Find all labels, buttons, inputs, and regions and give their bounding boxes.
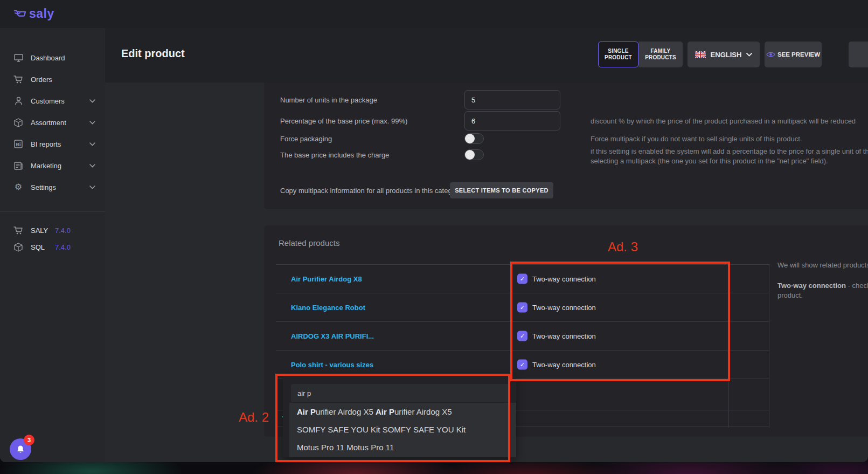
- chevron-down-icon: [89, 186, 95, 189]
- page-title: Edit product: [121, 47, 185, 60]
- checkbox-label: Two-way connection: [532, 361, 596, 369]
- search-result-option[interactable]: SOMFY SAFE YOU Kit SOMFY SAFE YOU Kit: [289, 421, 516, 438]
- saly-cart-icon: [13, 8, 27, 20]
- notification-badge: 3: [24, 435, 34, 445]
- sidebar-divider: [0, 211, 105, 212]
- related-products-title: Related products: [279, 238, 339, 248]
- bi-icon: Bi: [13, 139, 24, 149]
- sidebar-item-assortment[interactable]: Assortment: [0, 112, 105, 133]
- base-price-charge-toggle[interactable]: [464, 149, 484, 160]
- app-logo[interactable]: saly: [13, 6, 54, 21]
- language-label: ENGLISH: [711, 51, 742, 59]
- saly-version-label: SALY: [31, 226, 48, 235]
- cart-icon: [13, 74, 24, 85]
- saly-version-number: 7.4.0: [55, 226, 71, 235]
- checkbox-label: Two-way connection: [532, 275, 596, 283]
- select-items-button[interactable]: SELECT ITEMS TO BE COPYED: [450, 182, 553, 198]
- percent-label: Percentage of the base price (max. 99%): [280, 117, 407, 125]
- related-search-input[interactable]: [291, 384, 509, 402]
- table-row: Air Purifier Airdog X8 ✓Two-way connecti…: [276, 264, 769, 293]
- units-input[interactable]: [464, 90, 560, 109]
- news-icon: [13, 160, 24, 171]
- language-button[interactable]: ENGLISH: [688, 42, 760, 67]
- two-way-checkbox[interactable]: ✓: [517, 331, 527, 341]
- chevron-down-icon: [746, 53, 752, 57]
- force-packaging-toggle[interactable]: [464, 133, 484, 144]
- cube-icon: [13, 117, 24, 128]
- person-icon: [13, 95, 24, 106]
- sidebar: Dashboard Orders Customers Assortment Bi…: [0, 28, 105, 462]
- cube-icon: [13, 242, 24, 252]
- top-bar: saly: [0, 0, 868, 28]
- product-link[interactable]: AIRDOG X3 AIR PURIFI...: [291, 332, 374, 340]
- sql-version-number: 7.4.0: [55, 243, 71, 251]
- monitor-icon: [13, 52, 24, 63]
- sidebar-item-orders[interactable]: Orders: [0, 68, 105, 90]
- checkbox-label: Two-way connection: [532, 304, 596, 312]
- two-way-checkbox[interactable]: ✓: [517, 274, 527, 284]
- uk-flag-icon: [695, 51, 706, 58]
- sql-version-row: SQL 7.4.0: [0, 240, 105, 254]
- product-link[interactable]: Kiano Elegance Robot: [291, 304, 365, 312]
- partial-button[interactable]: [849, 42, 868, 67]
- percent-hint: discount % by which the price of the pro…: [591, 117, 856, 125]
- annotation-label-ad3: Ad. 3: [608, 239, 638, 255]
- search-result-option[interactable]: Motus Pro 11 Motus Pro 11: [289, 438, 516, 456]
- column-divider: [769, 264, 769, 428]
- eye-icon: [766, 51, 775, 58]
- base-price-charge-label: The base price includes the charge: [280, 151, 389, 159]
- logo-text: saly: [29, 6, 54, 21]
- two-way-checkbox[interactable]: ✓: [517, 303, 527, 313]
- related-hint-bold: Two-way connection: [777, 281, 846, 290]
- desktop-wallpaper: Enable multipacks for this product Numbe…: [0, 0, 868, 474]
- checkbox-label: Two-way connection: [532, 332, 596, 340]
- search-result-option[interactable]: Air Purifier Airdog X5 Air Purifier Aird…: [289, 403, 516, 421]
- family-products-button[interactable]: FAMILYPRODUCTS: [638, 42, 683, 67]
- percent-input[interactable]: [464, 111, 560, 130]
- multipack-card: Enable multipacks for this product Numbe…: [264, 65, 868, 209]
- notifications-button[interactable]: 3: [10, 438, 31, 460]
- sidebar-item-customers[interactable]: Customers: [0, 90, 105, 112]
- gear-icon: ⚙: [13, 182, 24, 193]
- sidebar-item-marketing[interactable]: Marketing: [0, 155, 105, 176]
- copy-multipack-label: Copy multipack information for all produ…: [280, 187, 462, 195]
- page-header: Edit product SINGLEPRODUCT FAMILYPRODUCT…: [105, 28, 868, 83]
- sql-version-label: SQL: [31, 243, 45, 251]
- chevron-down-icon: [89, 99, 95, 103]
- sidebar-item-settings[interactable]: ⚙ Settings: [0, 176, 105, 198]
- table-row: Kiano Elegance Robot ✓Two-way connection: [276, 293, 769, 321]
- saly-version-row: SALY 7.4.0: [0, 223, 105, 237]
- search-results-panel: Air Purifier Airdog X5 Air Purifier Aird…: [289, 403, 516, 457]
- single-product-button[interactable]: SINGLEPRODUCT: [598, 42, 638, 67]
- units-label: Number of units in the package: [280, 96, 377, 104]
- sidebar-item-dashboard[interactable]: Dashboard: [0, 47, 105, 68]
- sidebar-item-bi-reports[interactable]: Bi BI reports: [0, 133, 105, 155]
- force-packaging-label: Force packaging: [280, 135, 332, 143]
- svg-text:Bi: Bi: [16, 142, 21, 147]
- table-row: AIRDOG X3 AIR PURIFI... ✓Two-way connect…: [276, 321, 769, 350]
- chevron-down-icon: [89, 142, 95, 146]
- product-link[interactable]: Air Purifier Airdog X8: [291, 275, 362, 283]
- app-window: Enable multipacks for this product Numbe…: [0, 0, 868, 462]
- related-hint-line3: product.: [777, 291, 803, 299]
- annotation-label-ad2: Ad. 2: [239, 410, 269, 425]
- chevron-down-icon: [89, 121, 95, 125]
- charge-hint-line1: if this setting is enabled the system wi…: [591, 147, 868, 155]
- related-hint-line2: Two-way connection - checking: [777, 281, 868, 290]
- two-way-checkbox[interactable]: ✓: [517, 360, 527, 370]
- cart-icon: [13, 225, 24, 236]
- related-hint-line1: We will show related products w: [777, 261, 868, 269]
- bell-icon: [16, 444, 25, 455]
- product-link[interactable]: Polo shirt - various sizes: [291, 361, 373, 369]
- column-divider: [728, 264, 729, 428]
- charge-hint-line2: selecting a multipack (the one you set f…: [591, 157, 828, 165]
- see-preview-button[interactable]: SEE PREVIEW: [765, 42, 822, 67]
- chevron-down-icon: [89, 164, 95, 168]
- force-packaging-hint: Force multipack if you do not want to se…: [591, 135, 802, 143]
- related-search-dropdown: Air Purifier Airdog X5 Air Purifier Aird…: [283, 375, 516, 457]
- see-preview-label: SEE PREVIEW: [777, 51, 820, 58]
